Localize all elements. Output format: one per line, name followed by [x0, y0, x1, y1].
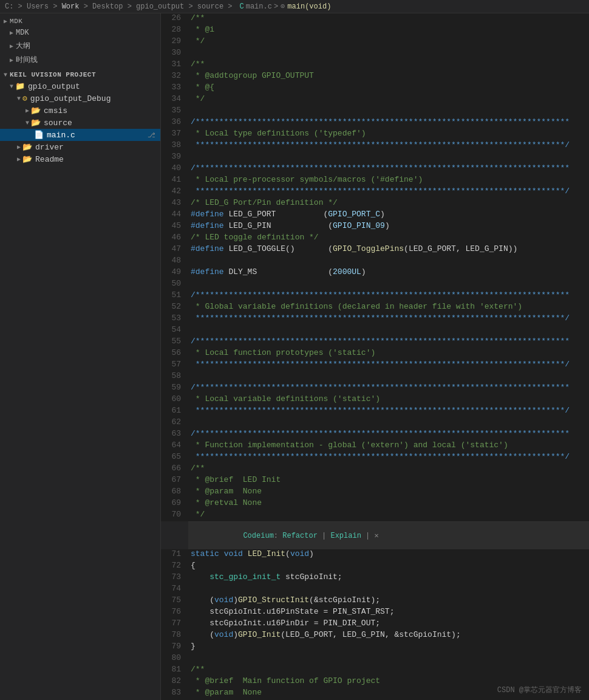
- tree-item-debug-label: gpio_output_Debug: [30, 94, 111, 103]
- line-number: 38: [161, 140, 188, 152]
- table-row: 33 * @{: [161, 83, 589, 94]
- line-number: 41: [161, 175, 188, 187]
- table-row: 54: [161, 325, 589, 337]
- table-row: 46 /* LED toggle definition */: [161, 233, 589, 244]
- folder-source-icon: 📂: [31, 118, 41, 128]
- line-number: 56: [161, 348, 188, 360]
- codeium-bar[interactable]: Codeium: Refactor | Explain | ✕: [188, 521, 589, 549]
- sidebar-timeline[interactable]: 时间线: [0, 53, 160, 67]
- chevron-readme-icon: ▶: [17, 156, 21, 163]
- table-row: 28 * @i: [161, 25, 589, 36]
- line-number: 60: [161, 394, 188, 406]
- line-number: 26: [161, 13, 188, 25]
- tree-item-gpio-output[interactable]: ▼ 📁 gpio_output: [0, 80, 160, 92]
- table-row: 80: [161, 653, 589, 665]
- line-content: }: [188, 642, 589, 653]
- table-row: 36 /************************************…: [161, 117, 589, 129]
- line-content: */: [188, 510, 589, 521]
- tree-item-source[interactable]: ▼ 📂 source: [0, 117, 160, 129]
- tree-item-driver-label: driver: [35, 143, 64, 152]
- line-content: */: [188, 36, 589, 48]
- line-content: [188, 256, 589, 267]
- line-number: 44: [161, 210, 188, 221]
- sidebar-keil-project[interactable]: KEIL UVISION PROJECT: [0, 69, 160, 80]
- table-row: 68 * @param None: [161, 487, 589, 498]
- line-number: 75: [161, 595, 188, 607]
- line-number: 53: [161, 314, 188, 325]
- chevron-source-icon: ▼: [26, 120, 29, 126]
- sidebar-mdk-label: MDK: [16, 29, 29, 37]
- line-content: * Local function prototypes ('static'): [188, 348, 589, 360]
- line-content: * @retval None: [188, 498, 589, 510]
- line-number: 46: [161, 233, 188, 244]
- codeium-explain-link[interactable]: Explain: [330, 532, 361, 540]
- line-number: 80: [161, 653, 188, 665]
- tree-item-cmsis[interactable]: ▶ 📂 cmsis: [0, 105, 160, 117]
- line-content: * Local pre-processor symbols/macros ('#…: [188, 175, 589, 187]
- sidebar-open-editors-label: MDK: [10, 18, 22, 25]
- line-number: 72: [161, 561, 188, 572]
- line-number: 29: [161, 36, 188, 48]
- line-content: [188, 106, 589, 117]
- sidebar-open-editors[interactable]: MDK: [0, 16, 160, 27]
- line-content: ****************************************…: [188, 187, 589, 198]
- chevron-gpio-output-icon: ▼: [10, 83, 13, 90]
- main-layout: MDK MDK 大纲 时间线 KEIL UVISION PROJECT ▼ 📁 …: [0, 13, 589, 700]
- line-number: 69: [161, 498, 188, 510]
- table-row: 78 (void)GPIO_Init(LED_G_PORT, LED_G_PIN…: [161, 630, 589, 642]
- line-number: 28: [161, 25, 188, 36]
- folder-driver-icon: 📂: [22, 142, 32, 152]
- editor-area[interactable]: 26 /** 28 * @i 29 */ 30: [161, 13, 589, 700]
- line-content: * Function implementation - global ('ext…: [188, 441, 589, 452]
- table-row: 70 */: [161, 510, 589, 521]
- table-row: 74: [161, 584, 589, 595]
- line-content: ****************************************…: [188, 314, 589, 325]
- table-row: 35: [161, 106, 589, 117]
- table-row: 41 * Local pre-processor symbols/macros …: [161, 175, 589, 187]
- sidebar-outline[interactable]: 大纲: [0, 39, 160, 53]
- tree-item-readme[interactable]: ▶ 📂 Readme: [0, 153, 160, 165]
- line-content: [188, 325, 589, 337]
- table-row: 30: [161, 48, 589, 60]
- line-content: #define LED_G_PORT (GPIO_PORT_C): [188, 210, 589, 221]
- chevron-icon: [4, 18, 7, 25]
- codeium-refactor-link[interactable]: Refactor: [282, 532, 318, 540]
- line-number: 71: [161, 549, 188, 561]
- line-content: * @addtogroup GPIO_OUTPUT: [188, 71, 589, 83]
- sidebar-mdk[interactable]: MDK: [0, 27, 160, 39]
- line-number: 52: [161, 302, 188, 314]
- table-row: 75 (void)GPIO_StructInit(&stcGpioInit);: [161, 595, 589, 607]
- line-content: * @brief Main function of GPIO project: [188, 676, 589, 688]
- tree-item-main-c[interactable]: 📄 main.c ⎇: [0, 129, 160, 141]
- table-row: 50: [161, 279, 589, 290]
- table-row: 57 *************************************…: [161, 360, 589, 371]
- line-content: /**: [188, 60, 589, 71]
- chevron-outline-icon: [10, 43, 13, 50]
- chevron-debug-icon: ▼: [17, 95, 21, 102]
- line-content: #define DLY_MS (2000UL): [188, 267, 589, 279]
- line-content: #define LED_G_PIN (GPIO_PIN_09): [188, 221, 589, 233]
- codeium-close-button[interactable]: ✕: [375, 532, 379, 540]
- table-row: 76 stcGpioInit.u16PinState = PIN_STAT_RS…: [161, 607, 589, 619]
- table-row: 42 *************************************…: [161, 187, 589, 198]
- line-content: (void)GPIO_StructInit(&stcGpioInit);: [188, 595, 589, 607]
- tree-item-driver[interactable]: ▶ 📂 driver: [0, 141, 160, 153]
- line-content: /***************************************…: [188, 290, 589, 302]
- tree-item-gpio-output-debug[interactable]: ▼ ⚙ gpio_output_Debug: [0, 92, 160, 105]
- line-number: 64: [161, 441, 188, 452]
- sidebar-outline-label: 大纲: [16, 41, 30, 51]
- line-content: [188, 371, 589, 383]
- table-row: 66 /**: [161, 464, 589, 475]
- chevron-cmsis-icon: ▶: [26, 107, 29, 114]
- table-row: 38 *************************************…: [161, 140, 589, 152]
- line-content: ****************************************…: [188, 452, 589, 464]
- line-number: 35: [161, 106, 188, 117]
- line-number: 63: [161, 429, 188, 441]
- line-number: 43: [161, 198, 188, 210]
- table-row: 71 static void LED_Init(void): [161, 549, 589, 561]
- line-content: [188, 48, 589, 60]
- line-number: 31: [161, 60, 188, 71]
- chevron-mdk-icon: [10, 29, 13, 36]
- table-row: 73 stc_gpio_init_t stcGpioInit;: [161, 572, 589, 584]
- breadcrumb-path: C: > Users > Work > Desktop > gpio_outpu…: [5, 2, 232, 11]
